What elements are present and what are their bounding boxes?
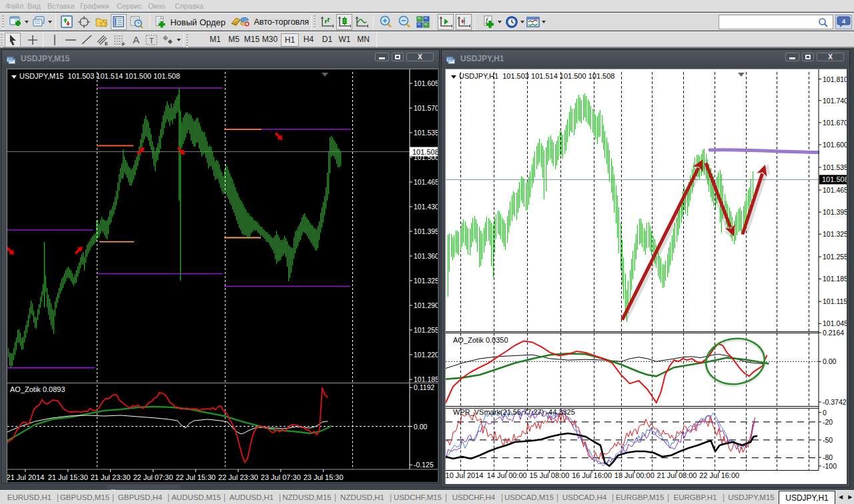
svg-text:AO_Zotik 0.0350: AO_Zotik 0.0350: [453, 336, 508, 344]
svg-text:-100: -100: [823, 462, 837, 470]
svg-text:101.570: 101.570: [414, 104, 438, 112]
svg-text:F: F: [122, 42, 125, 47]
svg-text:14 Jul 00:00: 14 Jul 00:00: [487, 471, 527, 479]
svg-text:101.185: 101.185: [414, 375, 438, 383]
svg-text:22 Jul 07:30: 22 Jul 07:30: [133, 473, 173, 481]
svg-text:A: A: [133, 34, 139, 45]
svg-text:101.535: 101.535: [414, 129, 438, 137]
svg-text:101.255: 101.255: [414, 326, 438, 334]
svg-text:AO_Zotik 0.0893: AO_Zotik 0.0893: [10, 385, 65, 393]
svg-text:101.185: 101.185: [823, 275, 847, 283]
svg-text:101.535: 101.535: [823, 163, 847, 171]
svg-text:22 Jul 16:00: 22 Jul 16:00: [699, 471, 739, 479]
svg-text:23 Jul 15:30: 23 Jul 15:30: [304, 473, 344, 481]
svg-text:101.508: 101.508: [822, 175, 847, 183]
svg-text:0: 0: [823, 409, 827, 417]
svg-text:15 Jul 08:00: 15 Jul 08:00: [529, 471, 569, 479]
svg-text:101.508: 101.508: [412, 148, 438, 156]
svg-text:T: T: [149, 37, 154, 45]
svg-text:23 Jul 07:30: 23 Jul 07:30: [261, 473, 301, 481]
svg-text:21 Jul 08:00: 21 Jul 08:00: [657, 471, 697, 479]
svg-text:WPR_VSmark(21,55,77,27) -44.33: WPR_VSmark(21,55,77,27) -44.3325: [453, 408, 575, 416]
svg-text:16 Jul 16:00: 16 Jul 16:00: [572, 471, 612, 479]
svg-text:-50: -50: [823, 436, 833, 444]
svg-text:101.360: 101.360: [414, 252, 438, 260]
svg-text:-20: -20: [823, 418, 833, 426]
svg-text:21 Jul 23:30: 21 Jul 23:30: [91, 473, 131, 481]
svg-text:101.325: 101.325: [414, 277, 438, 285]
svg-text:18 Jul 00:00: 18 Jul 00:00: [614, 471, 655, 479]
svg-text:E: E: [105, 41, 108, 46]
svg-text:101.395: 101.395: [414, 227, 438, 235]
svg-text:101.045: 101.045: [823, 319, 847, 327]
svg-text:101.115: 101.115: [823, 297, 847, 305]
svg-text:101.810: 101.810: [823, 75, 847, 83]
svg-text:101.465: 101.465: [414, 178, 438, 186]
svg-text:101.600: 101.600: [823, 141, 847, 149]
svg-text:101.740: 101.740: [823, 97, 847, 105]
svg-text:101.290: 101.290: [414, 301, 438, 309]
svg-text:101.670: 101.670: [823, 119, 847, 127]
svg-text:21 Jul 2014: 21 Jul 2014: [7, 473, 44, 481]
svg-text:101.430: 101.430: [414, 203, 438, 211]
svg-text:101.465: 101.465: [823, 186, 847, 194]
svg-text:-0.125: -0.125: [414, 461, 434, 469]
svg-text:101.255: 101.255: [823, 253, 847, 261]
svg-text:USDJPY,M15 101.503 101.514 10: USDJPY,M15 101.503 101.514 101.500 101.5…: [19, 72, 180, 80]
svg-text:0.00: 0.00: [823, 357, 837, 365]
svg-text:101.605: 101.605: [414, 79, 438, 87]
svg-text:10 Jul 2014: 10 Jul 2014: [446, 471, 483, 479]
svg-text:-80: -80: [823, 453, 833, 461]
svg-text:4: 4: [841, 18, 845, 25]
svg-text:101.220: 101.220: [414, 351, 438, 359]
svg-text:0.2164: 0.2164: [823, 329, 844, 337]
svg-text:-0.3742: -0.3742: [823, 398, 847, 406]
svg-text:USDJPY,H1 101.503 101.514 101: USDJPY,H1 101.503 101.514 101.500 101.50…: [459, 72, 614, 80]
svg-text:21 Jul 15:30: 21 Jul 15:30: [48, 473, 88, 481]
svg-text:101.325: 101.325: [823, 230, 847, 238]
svg-text:101.395: 101.395: [823, 208, 847, 216]
svg-text:22 Jul 15:30: 22 Jul 15:30: [175, 473, 216, 481]
svg-text:0.00: 0.00: [414, 423, 428, 431]
svg-text:22 Jul 23:30: 22 Jul 23:30: [218, 473, 258, 481]
svg-text:0.1192: 0.1192: [414, 383, 434, 391]
